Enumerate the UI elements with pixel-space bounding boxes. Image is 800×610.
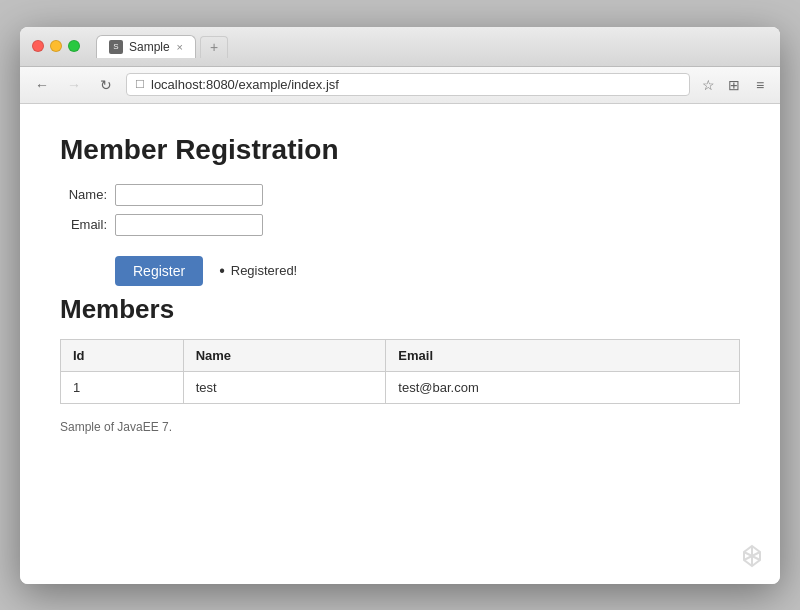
- email-row: Email:: [60, 214, 740, 236]
- nav-bar: ← → ↻ ☐ ☆ ⊞ ≡: [20, 67, 780, 104]
- header-name: Name: [183, 339, 386, 371]
- traffic-lights: [32, 40, 80, 52]
- cell-id: 1: [61, 371, 184, 403]
- footer-text: Sample of JavaEE 7.: [60, 420, 740, 434]
- action-row: Register Registered!: [115, 256, 740, 286]
- email-input[interactable]: [115, 214, 263, 236]
- table-body: 1 test test@bar.com: [61, 371, 740, 403]
- name-row: Name:: [60, 184, 740, 206]
- tab-close-icon[interactable]: ×: [177, 41, 183, 53]
- title-bar: S Sample × +: [20, 27, 780, 67]
- email-label: Email:: [60, 217, 115, 232]
- maximize-button[interactable]: [68, 40, 80, 52]
- extensions-icon[interactable]: ⊞: [724, 75, 744, 95]
- address-bar: ☐: [126, 73, 690, 96]
- page-icon: ☐: [135, 78, 145, 91]
- address-input[interactable]: [151, 77, 681, 92]
- refresh-button[interactable]: ↻: [94, 73, 118, 97]
- cell-name: test: [183, 371, 386, 403]
- bookmark-icon[interactable]: ☆: [698, 75, 718, 95]
- registration-title: Member Registration: [60, 134, 740, 166]
- menu-icon[interactable]: ≡: [750, 75, 770, 95]
- nav-icons: ☆ ⊞ ≡: [698, 75, 770, 95]
- watermark-icon: [740, 544, 764, 568]
- name-label: Name:: [60, 187, 115, 202]
- cell-email: test@bar.com: [386, 371, 740, 403]
- tab-bar: S Sample × +: [96, 35, 768, 58]
- registration-form: Name: Email:: [60, 184, 740, 236]
- close-button[interactable]: [32, 40, 44, 52]
- back-button[interactable]: ←: [30, 73, 54, 97]
- name-input[interactable]: [115, 184, 263, 206]
- members-table: Id Name Email 1 test test@bar.com: [60, 339, 740, 404]
- table-row: 1 test test@bar.com: [61, 371, 740, 403]
- members-title: Members: [60, 294, 740, 325]
- header-id: Id: [61, 339, 184, 371]
- new-tab-button[interactable]: +: [200, 36, 228, 58]
- tab-favicon: S: [109, 40, 123, 54]
- browser-window: S Sample × + ← → ↻ ☐ ☆ ⊞ ≡ Member Regist…: [20, 27, 780, 584]
- forward-button[interactable]: →: [62, 73, 86, 97]
- header-email: Email: [386, 339, 740, 371]
- table-header: Id Name Email: [61, 339, 740, 371]
- page-content: Member Registration Name: Email: Registe…: [20, 104, 780, 584]
- register-button[interactable]: Register: [115, 256, 203, 286]
- minimize-button[interactable]: [50, 40, 62, 52]
- browser-tab[interactable]: S Sample ×: [96, 35, 196, 58]
- registered-message: Registered!: [219, 262, 297, 280]
- tab-title: Sample: [129, 40, 170, 54]
